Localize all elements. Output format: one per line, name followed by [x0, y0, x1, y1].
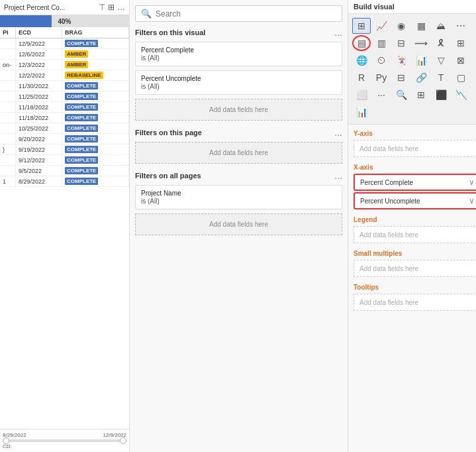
filters-allpages-header: Filters on all pages ...: [135, 170, 342, 181]
viz-icon-5[interactable]: ⋯: [452, 18, 470, 34]
date-slider[interactable]: [3, 439, 126, 442]
brag-badge: COMPLETE: [65, 93, 98, 100]
visual-title: Project Percent Co...: [4, 4, 65, 11]
field-item-label: Percent Complete: [360, 179, 469, 186]
add-data-page[interactable]: Add data fields here: [135, 142, 342, 164]
viz-icon-3[interactable]: ▦: [412, 18, 430, 34]
viz-icon-14[interactable]: 🌐: [352, 52, 371, 68]
col-ecd: ECD: [16, 27, 62, 38]
viz-icon-16[interactable]: 🃏: [392, 52, 410, 68]
viz-icon-0[interactable]: ⊞: [352, 18, 371, 34]
cell-brag: AMBER: [62, 49, 129, 59]
cell-brag: AMBER: [62, 60, 129, 70]
cell-pi: 1: [0, 176, 16, 186]
viz-icon-4[interactable]: ⛰: [432, 18, 450, 34]
viz-icon-13[interactable]: 🗺: [471, 35, 476, 51]
viz-icon-26[interactable]: ▢: [452, 70, 470, 85]
filter-card[interactable]: Project Nameis (All): [135, 185, 342, 209]
viz-icon-8[interactable]: ▥: [372, 35, 391, 51]
chevron-down-icon[interactable]: ∨: [469, 178, 475, 187]
viz-icon-18[interactable]: ▽: [432, 52, 450, 68]
viz-icon-9[interactable]: ⊟: [392, 35, 410, 51]
progress-bar: 40%: [0, 15, 129, 27]
viz-icon-15[interactable]: ⏲: [372, 52, 391, 68]
layout-icon[interactable]: ⊞: [108, 3, 115, 12]
add-data-allpages[interactable]: Add data fields here: [135, 213, 342, 235]
viz-icon-12[interactable]: ⊞: [452, 35, 470, 51]
left-header: Project Percent Co... ⊤ ⊞ …: [0, 0, 129, 15]
search-input[interactable]: [156, 9, 336, 19]
filters-page-more[interactable]: ...: [334, 127, 342, 138]
field-item-actions[interactable]: ∨×: [469, 178, 476, 187]
cell-brag: COMPLETE: [62, 91, 129, 101]
field-group-tooltips: TooltipsAdd data fields here: [354, 284, 476, 311]
filter-name: Percent Complete: [141, 46, 336, 54]
chevron-down-icon[interactable]: ∨: [469, 196, 475, 205]
viz-icon-31[interactable]: ⊞: [412, 87, 430, 103]
field-item-x-axis-0[interactable]: Percent Complete∨×: [354, 174, 476, 191]
filters-section: Filters on this visual ... Percent Compl…: [130, 27, 348, 452]
field-group-title-x-axis: X-axis: [354, 164, 476, 171]
cell-pi: [0, 81, 16, 91]
filters-visual-more[interactable]: ...: [334, 27, 342, 38]
viz-icon-24[interactable]: 🔗: [412, 70, 430, 85]
viz-icon-28[interactable]: ⬜: [352, 87, 371, 103]
drop-zone-y-axis[interactable]: Add data fields here: [354, 140, 476, 157]
cd-label: CD:: [3, 443, 126, 449]
search-bar[interactable]: 🔍: [135, 5, 342, 22]
filter-icon[interactable]: ⊤: [99, 3, 105, 12]
drop-zone-legend[interactable]: Add data fields here: [354, 226, 476, 243]
cell-brag: COMPLETE: [62, 166, 129, 176]
viz-icon-23[interactable]: ⊟: [392, 70, 410, 85]
progress-fill: [0, 15, 52, 27]
filter-name: Project Name: [141, 190, 336, 197]
table-row: on- 12/3/2022 AMBER: [0, 60, 129, 70]
viz-icon-21[interactable]: R: [352, 70, 371, 85]
cell-pi: [0, 134, 16, 144]
viz-icon-19[interactable]: ⊠: [452, 52, 470, 68]
cell-ecd: 12/6/2022: [16, 49, 62, 59]
viz-icon-17[interactable]: 📊: [412, 52, 430, 68]
filters-allpages-more[interactable]: ...: [334, 170, 342, 181]
viz-icon-33[interactable]: 📉: [452, 87, 470, 103]
add-data-visual[interactable]: Add data fields here: [135, 99, 342, 121]
progress-label: 40%: [58, 18, 71, 25]
drop-zone-tooltips[interactable]: Add data fields here: [354, 294, 476, 311]
filter-card[interactable]: Percent Uncompleteis (All): [135, 70, 342, 95]
field-item-actions[interactable]: ∨×: [469, 196, 476, 205]
viz-icon-35[interactable]: 📊: [352, 104, 371, 120]
viz-icon-30[interactable]: 🔍: [392, 87, 410, 103]
viz-icon-20[interactable]: ⊡: [471, 52, 476, 68]
viz-icon-2[interactable]: ◉: [392, 18, 410, 34]
table-row: 11/25/2022 COMPLETE: [0, 91, 129, 102]
viz-icon-29[interactable]: ···: [372, 87, 391, 103]
filter-card[interactable]: Percent Completeis (All): [135, 42, 342, 66]
slider-thumb-right[interactable]: [120, 437, 126, 444]
field-group-title-tooltips: Tooltips: [354, 284, 476, 291]
slider-thumb-left[interactable]: [3, 437, 9, 444]
viz-icon-34[interactable]: 📊: [471, 87, 476, 103]
more-icon[interactable]: …: [117, 3, 125, 12]
cell-ecd: 12/3/2022: [16, 60, 62, 70]
drop-zone-small-multiples[interactable]: Add data fields here: [354, 260, 476, 277]
viz-icon-11[interactable]: 🎗: [432, 35, 450, 51]
filters-visual-cards: Percent Completeis (All)Percent Uncomple…: [135, 42, 342, 95]
table-row: 11/30/2022 COMPLETE: [0, 81, 129, 91]
viz-icon-7[interactable]: ▤: [352, 35, 371, 51]
viz-icon-6[interactable]: ⬦: [471, 18, 476, 34]
cell-brag: COMPLETE: [62, 81, 129, 91]
viz-icon-32[interactable]: ⬛: [432, 87, 450, 103]
field-item-x-axis-1[interactable]: Percent Uncomplete∨×: [354, 192, 476, 209]
brag-badge: COMPLETE: [65, 103, 98, 111]
table-row: 11/18/2022 COMPLETE: [0, 113, 129, 123]
viz-icon-1[interactable]: 📈: [372, 18, 391, 34]
viz-icon-10[interactable]: ⟿: [412, 35, 430, 51]
header-icons: ⊤ ⊞ …: [99, 3, 125, 12]
viz-icon-27[interactable]: 🖼: [471, 70, 476, 85]
viz-icons-grid: ⊞📈◉▦⛰⋯⬦▤▥⊟⟿🎗⊞🗺🌐⏲🃏📊▽⊠⊡RPy⊟🔗T▢🖼⬜···🔍⊞⬛📉📊📊: [348, 14, 476, 125]
viz-icon-22[interactable]: Py: [372, 70, 391, 85]
filter-value: is (All): [141, 198, 336, 205]
table-row: 9/20/2022 COMPLETE: [0, 134, 129, 144]
field-group-small-multiples: Small multiplesAdd data fields here: [354, 250, 476, 277]
viz-icon-25[interactable]: T: [432, 70, 450, 85]
